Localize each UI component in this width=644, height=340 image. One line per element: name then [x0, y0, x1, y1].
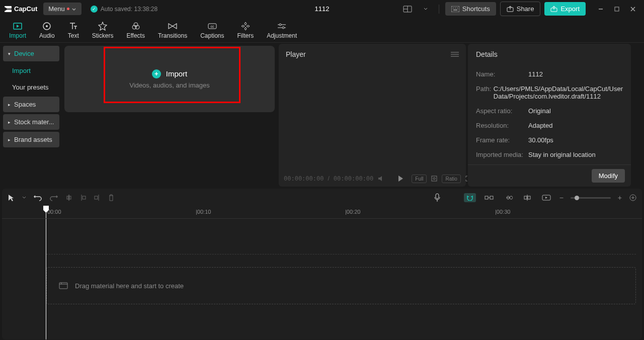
chevron-down-icon [71, 7, 76, 12]
selection-dropdown[interactable] [22, 196, 26, 200]
split-right-tool[interactable] [94, 194, 101, 202]
maximize-icon [614, 6, 620, 12]
tab-text[interactable]: Text [62, 19, 85, 41]
align-toggle[interactable] [521, 193, 533, 202]
split-right-icon [94, 194, 101, 202]
layout-button[interactable] [400, 2, 415, 16]
chevron-down-icon [22, 196, 26, 200]
svg-point-8 [457, 8, 458, 9]
text-icon [68, 21, 78, 31]
player-viewport[interactable] [279, 65, 466, 171]
svg-rect-37 [95, 196, 98, 199]
menu-notification-dot [67, 8, 69, 10]
modify-button[interactable]: Modify [592, 169, 625, 183]
tab-effects[interactable]: Effects [120, 19, 150, 41]
track-dropzone[interactable]: Drag material here and start to create [46, 267, 636, 304]
zoom-slider[interactable] [571, 197, 611, 199]
tab-adjustment[interactable]: Adjustment [261, 19, 303, 41]
menu-button[interactable]: Menu [43, 3, 82, 15]
tab-audio[interactable]: Audio [33, 19, 61, 41]
tab-filters[interactable]: Filters [231, 19, 260, 41]
sidebar-brand[interactable]: ▸Brand assets [3, 132, 59, 147]
import-dropzone[interactable]: + Import Videos, audios, and images [64, 46, 275, 112]
hamburger-icon [451, 51, 459, 57]
sidebar-stock[interactable]: ▸Stock mater... [3, 114, 59, 130]
link-toggle[interactable] [483, 193, 495, 202]
check-icon: ✓ [91, 6, 98, 13]
redo-button[interactable] [49, 194, 58, 201]
svg-point-7 [455, 8, 456, 9]
undo-button[interactable] [33, 194, 42, 201]
svg-rect-35 [83, 196, 86, 199]
playhead-line [46, 219, 46, 339]
volume-button[interactable] [377, 176, 384, 182]
timeline-tracks[interactable]: Drag material here and start to create [2, 219, 642, 339]
effects-icon [131, 21, 141, 31]
chain-toggle[interactable] [502, 193, 514, 202]
fit-icon [629, 194, 637, 202]
timecode-total: 00:00:00:00 [334, 175, 373, 182]
captions-icon: cc [207, 21, 217, 31]
preview-toggle[interactable] [540, 193, 552, 202]
svg-point-25 [282, 27, 284, 29]
plus-icon: + [152, 69, 161, 78]
timeline-ruler[interactable]: 00:00 |00:10 |00:20 |00:30 [2, 207, 642, 219]
sidebar-presets[interactable]: Your presets [3, 80, 59, 95]
svg-rect-13 [615, 7, 619, 11]
svg-rect-33 [69, 196, 71, 199]
transitions-icon [168, 21, 178, 31]
shortcuts-button[interactable]: Shortcuts [445, 2, 496, 16]
split-icon [65, 194, 72, 202]
playhead[interactable] [46, 207, 46, 218]
svg-rect-40 [490, 196, 493, 199]
adjustment-icon [277, 21, 287, 31]
track-divider [46, 254, 636, 254]
selection-tool[interactable] [7, 194, 15, 202]
zoom-thumb[interactable] [575, 196, 579, 200]
magnet-toggle[interactable] [464, 193, 476, 202]
sidebar-spaces[interactable]: ▸Spaces [3, 97, 59, 112]
tab-transitions[interactable]: Transitions [152, 19, 193, 41]
full-button[interactable]: Full [412, 175, 427, 183]
zoom-in[interactable]: + [618, 194, 622, 202]
share-button[interactable]: Share [500, 2, 541, 16]
player-panel: Player 00:00:00:00 / 00:00:00:00 Full Ra… [279, 44, 466, 187]
scan-button[interactable] [431, 175, 438, 182]
import-area: + Import Videos, audios, and images [62, 43, 279, 188]
tab-stickers[interactable]: Stickers [86, 19, 120, 41]
tab-import[interactable]: Import [3, 19, 32, 41]
sidebar-import[interactable]: Import [3, 63, 59, 78]
record-button[interactable] [434, 193, 441, 202]
layout-dropdown[interactable] [419, 2, 433, 16]
svg-point-6 [453, 8, 454, 9]
delete-tool[interactable] [108, 194, 115, 202]
svg-rect-39 [485, 196, 488, 199]
titlebar-actions: Shortcuts Share Export [400, 2, 640, 16]
export-button[interactable]: Export [544, 2, 586, 16]
auto-cut-icon [485, 195, 494, 200]
minimize-button[interactable] [594, 2, 608, 16]
zoom-fit[interactable] [629, 194, 637, 202]
app-name: CapCut [14, 5, 37, 13]
detail-aspect: Aspect ratio:Original [476, 104, 623, 118]
minimize-icon [598, 6, 604, 12]
media-icon [59, 282, 68, 289]
import-sidebar: ▾Device Import Your presets ▸Spaces ▸Sto… [0, 43, 62, 188]
svg-rect-32 [67, 196, 68, 199]
import-icon [13, 21, 23, 31]
svg-text:cc: cc [210, 25, 214, 28]
maximize-button[interactable] [610, 2, 624, 16]
sidebar-device[interactable]: ▾Device [3, 46, 59, 61]
svg-rect-38 [436, 194, 439, 199]
detail-path: Path:C:/Users/PMLS/AppData/Local/CapCut/… [476, 81, 623, 104]
close-button[interactable] [626, 2, 640, 16]
svg-rect-9 [453, 10, 457, 11]
ratio-button[interactable]: Ratio [442, 175, 460, 183]
split-tool[interactable] [65, 194, 72, 202]
play-button[interactable] [397, 175, 404, 182]
magnet-icon [466, 195, 474, 201]
zoom-out[interactable]: − [559, 194, 564, 202]
tab-captions[interactable]: cc Captions [194, 19, 230, 41]
split-left-tool[interactable] [79, 194, 87, 202]
player-menu-button[interactable] [451, 51, 459, 57]
